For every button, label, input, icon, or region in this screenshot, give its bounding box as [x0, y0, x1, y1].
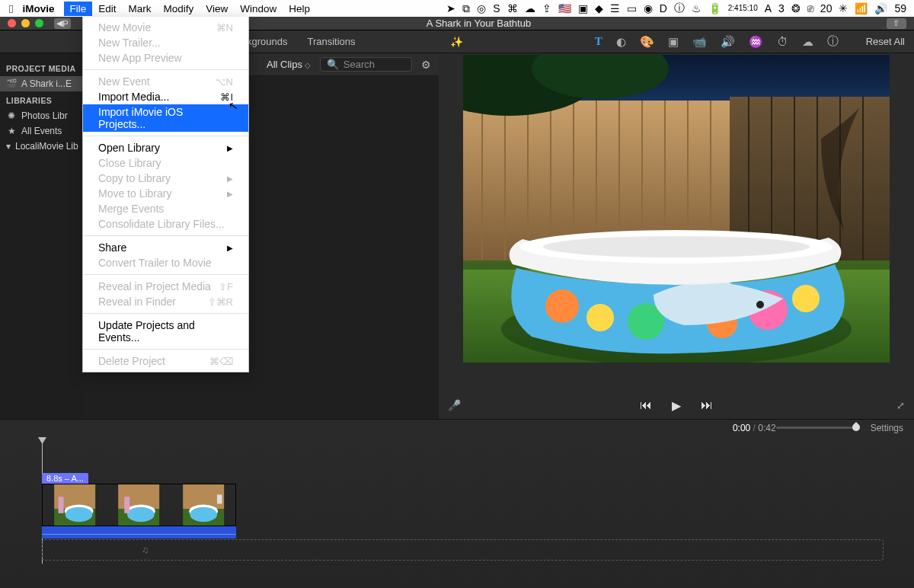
svg-rect-48: [217, 495, 222, 504]
filter-icon[interactable]: ☁: [802, 35, 813, 49]
search-input[interactable]: 🔍 Search: [320, 57, 412, 72]
close-icon[interactable]: [8, 19, 16, 27]
color-balance-icon[interactable]: ◐: [616, 35, 626, 49]
d-icon[interactable]: D: [660, 2, 667, 14]
menu-item[interactable]: Import iMovie iOS Projects...: [83, 104, 248, 132]
menu-file[interactable]: File: [64, 2, 93, 16]
info-tool-icon[interactable]: ⓘ: [827, 34, 839, 49]
app-name[interactable]: iMovie: [22, 3, 54, 14]
file-menu-dropdown[interactable]: New Movie⌘NNew Trailer...New App Preview…: [82, 17, 249, 372]
wifi-icon[interactable]: 📶: [855, 2, 868, 14]
svg-point-26: [586, 304, 614, 331]
crop-icon[interactable]: ▣: [668, 35, 679, 49]
menu-view[interactable]: View: [206, 3, 228, 14]
dropbox-icon[interactable]: ⧉: [462, 2, 470, 15]
menu-item[interactable]: Open Library▶: [83, 140, 248, 155]
sp-icon[interactable]: ❂: [791, 2, 801, 14]
menu-item: Move to Library▶: [83, 186, 248, 201]
rec-icon[interactable]: ◉: [644, 2, 653, 14]
a-icon[interactable]: A: [765, 2, 772, 14]
cc-icon[interactable]: ◎: [477, 2, 486, 14]
flag-icon[interactable]: 🇺🇸: [558, 2, 571, 14]
box-icon[interactable]: ▣: [578, 2, 588, 14]
menu-edit[interactable]: Edit: [98, 3, 116, 14]
rail-icon[interactable]: ⌘: [507, 2, 518, 14]
music-note-icon: ♫: [142, 545, 149, 555]
sidebar-item-label: All Events: [21, 126, 62, 136]
cloud-icon[interactable]: ☁: [525, 2, 535, 14]
cal-icon[interactable]: 20: [820, 2, 833, 14]
play-button[interactable]: ▶: [672, 398, 681, 413]
menu-item: Close Library: [83, 155, 248, 171]
apple-menu[interactable]: : [9, 2, 13, 15]
traffic-lights[interactable]: [8, 19, 43, 27]
next-button[interactable]: ⏭: [701, 398, 713, 412]
sidebar-item-project[interactable]: 🎬 A Shark i...E: [0, 76, 82, 91]
clips-filter-dropdown[interactable]: All Clips: [267, 59, 311, 70]
prev-button[interactable]: ⏮: [640, 398, 652, 412]
menu-item: New Movie⌘N: [83, 20, 248, 35]
num-icon[interactable]: 3: [778, 2, 785, 14]
info-icon[interactable]: ⓘ: [674, 2, 685, 15]
back-button[interactable]: ◀ P: [54, 18, 71, 29]
timeline[interactable]: 8.8s – A... ♫: [0, 436, 914, 588]
fullscreen-icon[interactable]: ⤢: [896, 400, 905, 411]
menu-item[interactable]: Share▶: [83, 240, 248, 255]
audio-drop-zone[interactable]: ♫: [42, 539, 884, 561]
menu-item: Consolidate Library Files...: [83, 216, 248, 232]
clip-audio-waveform: [42, 526, 236, 538]
evernote-icon[interactable]: ◆: [595, 2, 603, 14]
menu-window[interactable]: Window: [240, 3, 276, 14]
menu-item[interactable]: Import Media...⌘I: [83, 89, 248, 104]
search-placeholder: Search: [344, 59, 375, 70]
cast-icon[interactable]: ⎚: [807, 2, 813, 14]
time-current: 0:00: [733, 423, 750, 433]
menu-mark[interactable]: Mark: [129, 3, 152, 14]
share-button[interactable]: ⇧: [887, 18, 906, 29]
gear-icon[interactable]: ⚙: [421, 59, 431, 71]
volume-icon[interactable]: 🔊: [874, 2, 887, 14]
zoom-icon[interactable]: [35, 19, 43, 27]
enhance-wand-icon[interactable]: ✨: [441, 36, 463, 48]
voiceover-mic-icon[interactable]: 🎤: [448, 399, 461, 411]
svg-point-31: [756, 301, 764, 308]
color-correction-icon[interactable]: 🎨: [640, 35, 654, 49]
menu-help[interactable]: Help: [289, 3, 310, 14]
sidebar-item-library[interactable]: ▾ LocaliMovie Lib: [0, 139, 82, 154]
viewer-tools: T ◐ 🎨 ▣ 📹 🔊 ♒ ⏱ ☁ ⓘ Reset All: [586, 34, 914, 49]
menubar-clock[interactable]: 2:415:10: [728, 5, 758, 12]
svg-rect-38: [59, 497, 64, 513]
stabilize-icon[interactable]: 📹: [692, 35, 707, 49]
flame-icon[interactable]: ♨: [692, 2, 701, 14]
zoom-slider[interactable]: [776, 427, 860, 429]
reset-all-button[interactable]: Reset All: [866, 36, 905, 47]
svg-point-42: [127, 507, 155, 522]
sidebar-item-allevents[interactable]: ★ All Events: [0, 123, 82, 139]
preview-viewer[interactable]: [439, 53, 914, 391]
minimize-icon[interactable]: [21, 19, 30, 27]
svg-point-25: [545, 289, 579, 323]
tab-backgrounds[interactable]: kgrounds: [247, 36, 287, 47]
search-icon: 🔍: [327, 59, 339, 70]
menu-item: Reveal in Finder⇧⌘R: [83, 294, 248, 309]
up-icon[interactable]: ⇪: [542, 2, 551, 14]
battery-icon[interactable]: 🔋: [708, 2, 721, 14]
s-icon[interactable]: S: [493, 2, 500, 14]
location-icon[interactable]: ➤: [446, 2, 455, 14]
menu-item[interactable]: Update Projects and Events...: [83, 318, 248, 345]
preview-canvas: [463, 55, 890, 363]
timeline-clip[interactable]: 8.8s – A...: [42, 472, 236, 538]
ast-icon[interactable]: ✳: [839, 2, 848, 14]
titles-tool-icon[interactable]: T: [595, 35, 602, 48]
screen-icon[interactable]: ▭: [627, 2, 637, 14]
noise-eq-icon[interactable]: ♒: [749, 35, 763, 49]
menu-modify[interactable]: Modify: [164, 3, 194, 14]
tab-transitions[interactable]: Transitions: [307, 36, 355, 47]
volume-tool-icon[interactable]: 🔊: [721, 35, 735, 49]
sidebar-item-photos[interactable]: ✺ Photos Libr: [0, 108, 82, 123]
menu-icon[interactable]: ☰: [610, 2, 620, 14]
settings-button[interactable]: Settings: [871, 423, 903, 433]
sidebar-project-label: A Shark i...E: [21, 78, 72, 89]
preview-image: [463, 55, 890, 363]
speed-icon[interactable]: ⏱: [777, 35, 788, 48]
